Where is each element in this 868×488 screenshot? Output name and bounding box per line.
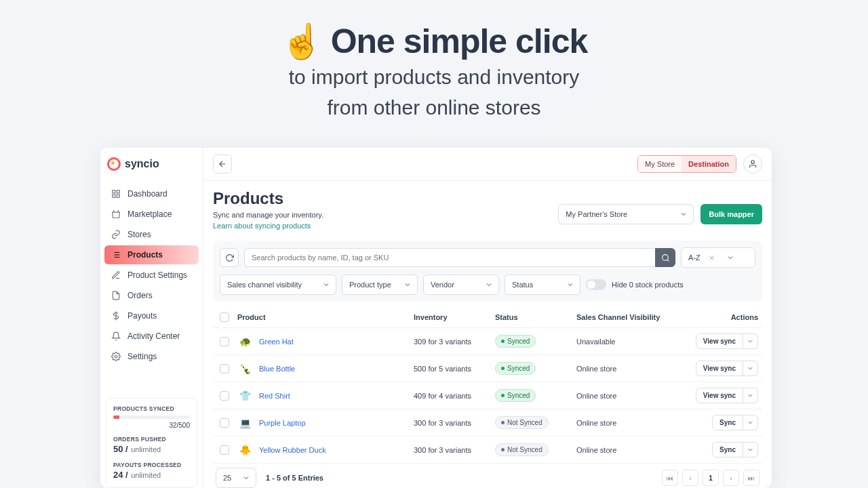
- product-link[interactable]: Red Shirt: [259, 392, 290, 400]
- status-badge: Not Synced: [495, 416, 549, 429]
- page-last-button[interactable]: ⏭: [743, 470, 760, 486]
- sort-select[interactable]: A-Z: [681, 247, 755, 268]
- select-all-checkbox[interactable]: [220, 312, 229, 322]
- row-action-button[interactable]: View sync: [696, 361, 743, 376]
- pagination: ⏮ ‹ 1 › ⏭: [662, 470, 760, 486]
- th-status: Status: [495, 313, 576, 321]
- sidebar-item-label: Products: [127, 250, 163, 260]
- svg-rect-0: [113, 190, 115, 193]
- row-action-dropdown[interactable]: [743, 388, 758, 403]
- stats-payouts-label: PAYOUTS PROCESSED: [113, 462, 190, 468]
- grid-icon: [111, 189, 121, 199]
- page-prev-button[interactable]: ‹: [682, 470, 698, 486]
- sidebar-item-label: Stores: [127, 230, 151, 239]
- sidebar-item-stores[interactable]: Stores: [104, 225, 199, 244]
- filter-label: Product type: [349, 281, 391, 289]
- row-action-button[interactable]: Sync: [712, 415, 743, 430]
- gear-icon: [111, 352, 121, 361]
- destination-tab[interactable]: Destination: [682, 156, 736, 172]
- my-store-tab[interactable]: My Store: [638, 156, 682, 172]
- filter-bar: A-Z Sales channel visibility Product typ…: [213, 241, 762, 302]
- row-action-button[interactable]: View sync: [696, 333, 743, 349]
- user-icon: [748, 159, 757, 169]
- page-next-button[interactable]: ›: [723, 470, 739, 486]
- sidebar-item-products[interactable]: Products: [104, 245, 199, 264]
- sidebar-item-product-settings[interactable]: Product Settings: [104, 266, 199, 285]
- product-type-filter[interactable]: Product type: [342, 274, 418, 295]
- refresh-button[interactable]: [220, 248, 239, 267]
- product-link[interactable]: Green Hat: [259, 338, 294, 346]
- partner-store-value: My Partner's Store: [566, 210, 627, 218]
- sidebar-item-dashboard[interactable]: Dashboard: [104, 184, 199, 203]
- row-checkbox[interactable]: [220, 418, 229, 428]
- table-row: 🐢 Green Hat 309 for 3 variants Synced Un…: [213, 328, 762, 355]
- product-link[interactable]: Blue Bottle: [259, 365, 295, 373]
- row-checkbox[interactable]: [220, 337, 229, 346]
- row-action-dropdown[interactable]: [743, 442, 758, 458]
- stats-synced-count: 32/500: [113, 422, 190, 429]
- hide-zero-stock-toggle[interactable]: [586, 279, 606, 290]
- visibility-cell: Online store: [576, 446, 678, 454]
- sidebar-item-label: Activity Center: [127, 331, 180, 341]
- stats-orders-label: ORDERS PUSHED: [113, 436, 190, 443]
- inventory-cell: 309 for 3 variants: [414, 338, 495, 346]
- row-action-button[interactable]: View sync: [696, 388, 743, 403]
- filter-label: Status: [512, 281, 533, 289]
- row-checkbox[interactable]: [220, 391, 229, 401]
- table-row: 🍾 Blue Bottle 500 for 5 variants Synced …: [213, 355, 762, 382]
- clear-sort-icon[interactable]: [708, 254, 715, 262]
- logo-text: syncio: [125, 158, 159, 170]
- status-badge: Not Synced: [495, 443, 549, 456]
- bag-icon: [111, 209, 121, 219]
- logo-mark-icon: [107, 157, 121, 171]
- inventory-cell: 300 for 3 variants: [414, 419, 495, 427]
- status-filter[interactable]: Status: [505, 274, 580, 295]
- product-link[interactable]: Purple Laptop: [259, 419, 306, 427]
- product-thumbnail: 💻: [237, 415, 252, 430]
- page-number-button[interactable]: 1: [703, 470, 719, 486]
- row-checkbox[interactable]: [220, 445, 229, 455]
- arrow-left-icon: [218, 159, 227, 169]
- search-input[interactable]: [244, 248, 655, 267]
- sidebar-item-payouts[interactable]: Payouts: [104, 306, 199, 325]
- row-action-dropdown[interactable]: [743, 415, 758, 430]
- row-action-button[interactable]: Sync: [712, 442, 743, 458]
- product-thumbnail: 🐥: [237, 443, 252, 458]
- partner-store-select[interactable]: My Partner's Store: [558, 204, 694, 224]
- page-first-button[interactable]: ⏮: [662, 470, 678, 486]
- hero-subtitle-line2: from other online stores: [0, 94, 868, 122]
- sidebar-item-orders[interactable]: Orders: [104, 286, 199, 305]
- per-page-select[interactable]: 25: [216, 468, 256, 488]
- hero-subtitle-line1: to import products and inventory: [0, 64, 868, 92]
- sidebar-item-settings[interactable]: Settings: [104, 347, 199, 366]
- sidebar-item-label: Settings: [127, 352, 157, 361]
- chevron-down-icon: [747, 338, 754, 345]
- sidebar-item-marketplace[interactable]: Marketplace: [104, 205, 199, 224]
- search-icon: [661, 253, 670, 262]
- per-page-value: 25: [223, 474, 231, 482]
- back-button[interactable]: [213, 155, 232, 174]
- visibility-filter[interactable]: Sales channel visibility: [220, 274, 336, 295]
- product-link[interactable]: Yellow Rubber Duck: [259, 446, 326, 454]
- row-action-dropdown[interactable]: [743, 333, 758, 349]
- topbar: My Store Destination: [203, 148, 772, 181]
- sidebar-item-activity[interactable]: Activity Center: [104, 327, 199, 346]
- stats-orders-unit: unlimited: [131, 445, 161, 453]
- search-button[interactable]: [655, 248, 675, 267]
- status-badge: Synced: [495, 389, 536, 402]
- vendor-filter[interactable]: Vendor: [423, 274, 499, 295]
- status-badge: Synced: [495, 335, 536, 348]
- row-action-dropdown[interactable]: [743, 361, 758, 376]
- page-title: Products: [213, 189, 323, 208]
- chevron-down-icon: [242, 474, 250, 482]
- row-checkbox[interactable]: [220, 364, 229, 373]
- bulk-mapper-button[interactable]: Bulk mapper: [701, 204, 762, 224]
- filter-label: Vendor: [431, 281, 454, 289]
- sidebar-nav: Dashboard Marketplace Stores Products Pr…: [100, 184, 203, 366]
- sidebar: syncio Dashboard Marketplace Stores Prod…: [100, 148, 203, 488]
- profile-button[interactable]: [743, 155, 762, 174]
- sidebar-item-label: Orders: [127, 291, 153, 300]
- chevron-down-icon: [747, 392, 754, 399]
- chevron-down-icon: [747, 419, 754, 426]
- learn-link[interactable]: Learn about syncing products: [213, 222, 311, 230]
